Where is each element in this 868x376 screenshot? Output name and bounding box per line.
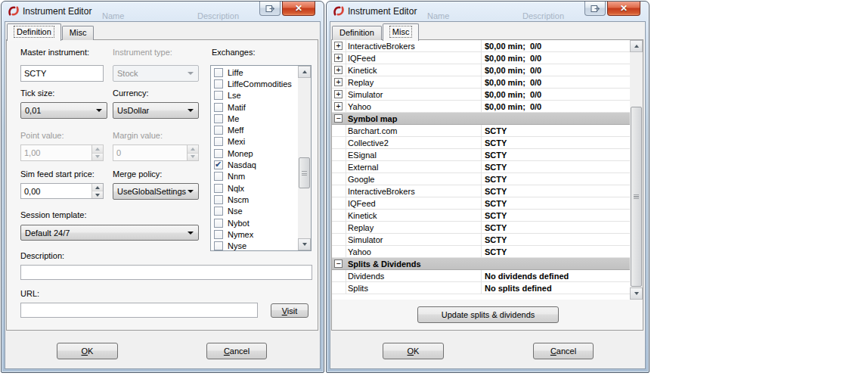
- context-help-button[interactable]: [259, 2, 281, 16]
- grid-row[interactable]: Collective2SCTY: [332, 137, 630, 149]
- ghost-column-name: Name: [102, 11, 124, 20]
- grid-row[interactable]: ESignalSCTY: [332, 149, 630, 161]
- context-help-button[interactable]: [584, 2, 606, 16]
- checkbox-unchecked[interactable]: [214, 103, 223, 112]
- grid-row[interactable]: InteractiveBrokersSCTY: [332, 185, 630, 197]
- exchange-item[interactable]: Monep: [211, 148, 298, 159]
- grid-row[interactable]: +Simulator$0,00 min; 0/0: [332, 89, 630, 101]
- grid-row[interactable]: DividendsNo dividends defined: [332, 270, 630, 282]
- checkbox-unchecked[interactable]: [214, 149, 223, 158]
- scrollbar-thumb[interactable]: [631, 107, 642, 287]
- visit-button[interactable]: Visit: [271, 303, 308, 318]
- exchange-item[interactable]: Nscm: [211, 194, 298, 205]
- grid-row[interactable]: YahooSCTY: [332, 246, 630, 258]
- checkbox-unchecked[interactable]: [214, 219, 223, 228]
- tab-definition[interactable]: Definition: [7, 23, 61, 41]
- checkbox-unchecked[interactable]: [214, 195, 223, 204]
- tab-misc[interactable]: Misc: [62, 26, 95, 40]
- exchange-item[interactable]: Meff: [211, 124, 298, 135]
- collapse-icon[interactable]: −: [334, 259, 343, 268]
- exchange-item[interactable]: Nse: [211, 206, 298, 217]
- ok-button[interactable]: OK: [57, 343, 118, 359]
- exchange-item[interactable]: Lse: [211, 90, 298, 101]
- expand-icon[interactable]: +: [334, 90, 343, 98]
- checkbox-unchecked[interactable]: [214, 172, 223, 181]
- grid-row[interactable]: +IQFeed$0,00 min; 0/0: [332, 52, 630, 64]
- exchange-item[interactable]: Me: [211, 113, 298, 124]
- exchange-item[interactable]: Liffe: [211, 67, 298, 78]
- expand-icon[interactable]: +: [334, 78, 343, 86]
- grid-row[interactable]: +Replay$0,00 min; 0/0: [332, 76, 630, 89]
- checkbox-unchecked[interactable]: [214, 114, 223, 123]
- grid-row[interactable]: ExternalSCTY: [332, 161, 630, 173]
- checkbox-unchecked[interactable]: [214, 137, 223, 146]
- grid-row[interactable]: SimulatorSCTY: [332, 234, 630, 246]
- close-button[interactable]: ✕: [282, 2, 315, 16]
- exchange-item[interactable]: Nyse: [211, 240, 298, 250]
- grid-row[interactable]: SplitsNo splits defined: [332, 282, 630, 294]
- session-template-dropdown[interactable]: Default 24/7: [20, 225, 199, 241]
- sim-feed-start-price-spinner[interactable]: 0,00: [20, 183, 104, 199]
- grid-row[interactable]: +Kinetick$0,00 min; 0/0: [332, 64, 630, 76]
- title-bar[interactable]: Instrument Editor Name Description ✕: [327, 2, 649, 21]
- url-input[interactable]: [20, 303, 258, 318]
- checkbox-unchecked[interactable]: [214, 207, 223, 216]
- grid-scrollbar[interactable]: [630, 40, 643, 300]
- scroll-down-button[interactable]: [298, 238, 311, 250]
- tab-misc[interactable]: Misc: [383, 23, 420, 41]
- grid-row[interactable]: GoogleSCTY: [332, 173, 630, 185]
- expand-icon[interactable]: +: [334, 42, 343, 50]
- expand-icon[interactable]: +: [334, 102, 343, 110]
- exchange-item[interactable]: LiffeCommodities: [211, 78, 298, 89]
- exchanges-scrollbar[interactable]: [298, 66, 311, 250]
- grid-row[interactable]: ReplaySCTY: [332, 222, 630, 234]
- cancel-button[interactable]: Cancel: [533, 343, 594, 359]
- exchange-item[interactable]: Nybot: [211, 217, 298, 228]
- checkbox-checked[interactable]: [214, 160, 223, 169]
- exchanges-listbox[interactable]: LiffeLiffeCommoditiesLseMatifMeMeffMexiM…: [210, 65, 312, 251]
- grid-row[interactable]: +Yahoo$0,00 min; 0/0: [332, 101, 630, 113]
- description-input[interactable]: [20, 265, 312, 280]
- checkbox-unchecked[interactable]: [214, 184, 223, 193]
- update-splits-dividends-button[interactable]: Update splits & dividends: [417, 306, 559, 323]
- chevron-down-icon: [188, 232, 194, 235]
- arrow-up-icon: [302, 68, 307, 73]
- close-button[interactable]: ✕: [607, 2, 640, 16]
- collapse-icon[interactable]: −: [334, 114, 343, 123]
- checkbox-unchecked[interactable]: [214, 68, 223, 77]
- scrollbar-thumb[interactable]: [299, 157, 310, 188]
- grid-row[interactable]: IQFeedSCTY: [332, 197, 630, 210]
- grid-row[interactable]: +InteractiveBrokers$0,00 min; 0/0: [332, 40, 630, 52]
- currency-dropdown[interactable]: UsDollar: [113, 102, 199, 119]
- checkbox-unchecked[interactable]: [214, 79, 223, 89]
- tick-size-dropdown[interactable]: 0,01: [20, 102, 107, 119]
- grid-section-row[interactable]: −Symbol map: [332, 113, 630, 125]
- expand-icon[interactable]: +: [334, 54, 343, 62]
- arrow-down-icon: [634, 292, 639, 297]
- grid-row[interactable]: Barchart.comSCTY: [332, 125, 630, 137]
- exchange-item[interactable]: Matif: [211, 101, 298, 113]
- grid-section-row[interactable]: −Splits & Dividends: [332, 258, 630, 270]
- scroll-up-button[interactable]: [298, 66, 311, 78]
- tab-definition[interactable]: Definition: [332, 26, 382, 40]
- spinner-down-button[interactable]: [92, 191, 103, 198]
- expand-icon[interactable]: +: [334, 66, 343, 74]
- spinner-up-button[interactable]: [92, 184, 103, 191]
- title-bar[interactable]: Instrument Editor Name Description ✕: [2, 2, 324, 21]
- exchange-item[interactable]: Nymex: [211, 228, 298, 240]
- merge-policy-dropdown[interactable]: UseGlobalSettings: [113, 183, 199, 200]
- scroll-up-button[interactable]: [630, 40, 643, 52]
- exchange-item[interactable]: Nasdaq: [211, 159, 298, 170]
- checkbox-unchecked[interactable]: [214, 230, 223, 239]
- master-instrument-input[interactable]: [20, 65, 104, 82]
- scroll-down-button[interactable]: [630, 287, 643, 300]
- checkbox-unchecked[interactable]: [214, 241, 223, 250]
- ok-button[interactable]: OK: [383, 343, 444, 359]
- exchange-item[interactable]: Mexi: [211, 136, 298, 148]
- exchange-item[interactable]: Nnm: [211, 171, 298, 182]
- checkbox-unchecked[interactable]: [214, 126, 223, 135]
- exchange-item[interactable]: Nqlx: [211, 182, 298, 194]
- checkbox-unchecked[interactable]: [214, 91, 223, 100]
- cancel-button[interactable]: Cancel: [206, 343, 267, 359]
- grid-row[interactable]: KinetickSCTY: [332, 210, 630, 222]
